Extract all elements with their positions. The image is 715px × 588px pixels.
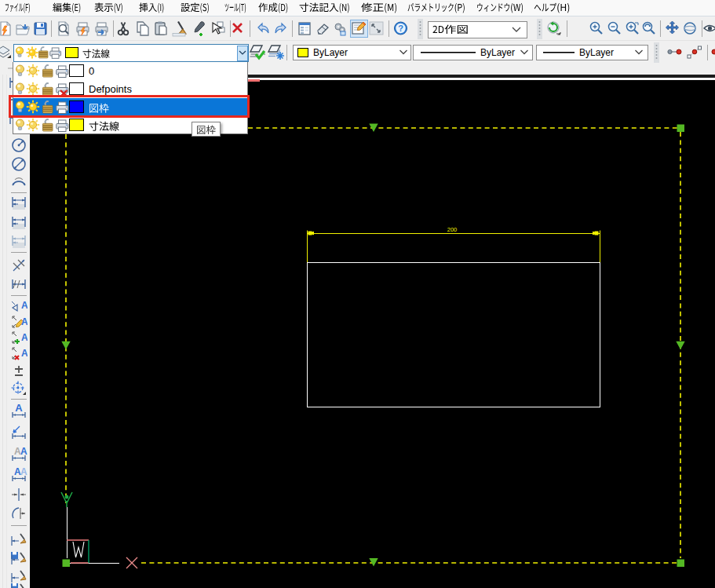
svg-text:200: 200 [447,226,458,233]
